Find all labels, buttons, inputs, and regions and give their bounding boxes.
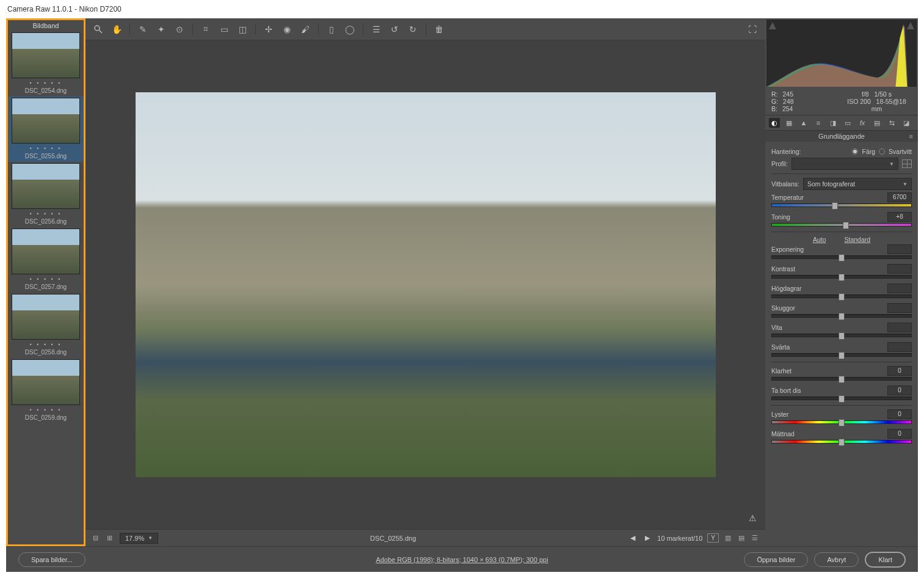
slider-thumb[interactable] bbox=[839, 332, 845, 340]
rating-dots[interactable]: • • • • • bbox=[12, 407, 80, 413]
slider-thumb[interactable] bbox=[839, 274, 845, 281]
straighten-tool-icon[interactable]: ▭ bbox=[219, 24, 230, 35]
tab-lens-icon[interactable]: ▭ bbox=[842, 118, 853, 128]
slider-value-input[interactable]: 0 bbox=[887, 366, 912, 376]
rotate-ccw-icon[interactable]: ↺ bbox=[389, 24, 400, 35]
slider-value-input[interactable]: 0 bbox=[887, 386, 912, 395]
rotate-cw-icon[interactable]: ↻ bbox=[407, 24, 418, 35]
menu-icon[interactable]: ☰ bbox=[751, 534, 759, 542]
delete-icon[interactable]: 🗑 bbox=[434, 24, 445, 35]
workflow-options-link[interactable]: Adobe RGB (1998); 8-bitars; 1040 × 693 (… bbox=[376, 556, 548, 563]
rating-dots[interactable]: • • • • • bbox=[12, 145, 80, 152]
rating-dots[interactable]: • • • • • bbox=[12, 342, 80, 348]
preferences-icon[interactable]: ☰ bbox=[371, 24, 382, 35]
slider-value-input[interactable] bbox=[887, 303, 912, 313]
slider-track[interactable] bbox=[771, 334, 912, 337]
warning-badge-icon[interactable]: ⚠ bbox=[749, 513, 757, 523]
fullscreen-icon[interactable]: ⛶ bbox=[747, 24, 758, 35]
tab-hsl-icon[interactable]: ≡ bbox=[813, 118, 824, 128]
slider-track[interactable] bbox=[771, 397, 912, 400]
slider-thumb[interactable] bbox=[839, 376, 845, 383]
profile-select[interactable]: ▼ bbox=[791, 158, 898, 170]
targeted-adjust-tool-icon[interactable]: ⊙ bbox=[174, 24, 185, 35]
transform-tool-icon[interactable]: ◫ bbox=[237, 24, 248, 35]
tab-detail-icon[interactable]: ▲ bbox=[798, 118, 809, 128]
slider-value-input[interactable] bbox=[887, 323, 912, 332]
slider-thumb[interactable] bbox=[839, 395, 845, 403]
slider-value-input[interactable] bbox=[887, 264, 912, 274]
slider-value-input[interactable]: 0 bbox=[887, 409, 912, 419]
done-button[interactable]: Klart bbox=[865, 552, 906, 568]
tab-curve-icon[interactable]: ▦ bbox=[784, 118, 795, 128]
minus-icon[interactable]: ⊟ bbox=[92, 534, 100, 542]
slider-thumb[interactable] bbox=[839, 254, 845, 262]
tab-presets-icon[interactable]: ⇆ bbox=[886, 118, 897, 128]
thumbnail[interactable]: • • • • • DSC_0257.dng bbox=[8, 227, 84, 293]
zoom-select[interactable]: 17.9% ▼ bbox=[120, 533, 158, 544]
histogram[interactable] bbox=[766, 20, 917, 87]
slider-track[interactable] bbox=[771, 420, 912, 424]
open-images-button[interactable]: Öppna bilder bbox=[744, 552, 808, 567]
slider-thumb[interactable] bbox=[843, 222, 849, 229]
slider-value-input[interactable]: 0 bbox=[887, 429, 912, 439]
radio-color[interactable] bbox=[852, 148, 858, 155]
prev-image-icon[interactable]: ◀ bbox=[628, 534, 638, 542]
redeye-tool-icon[interactable]: ◉ bbox=[282, 24, 293, 35]
graduated-filter-icon[interactable]: ▯ bbox=[326, 24, 337, 35]
default-link[interactable]: Standard bbox=[844, 236, 870, 243]
slider-value-input[interactable] bbox=[887, 342, 912, 352]
crop-tool-icon[interactable]: ⌗ bbox=[200, 24, 211, 35]
highlight-clip-warning-icon[interactable] bbox=[907, 22, 914, 29]
thumbnail[interactable]: • • • • • DSC_0256.dng bbox=[8, 162, 84, 227]
slider-thumb[interactable] bbox=[832, 202, 838, 210]
slider-track[interactable] bbox=[771, 255, 912, 259]
slider-track[interactable] bbox=[771, 440, 912, 444]
spot-removal-tool-icon[interactable]: ✢ bbox=[263, 24, 274, 35]
slider-track[interactable] bbox=[771, 314, 912, 318]
save-images-button[interactable]: Spara bilder... bbox=[18, 552, 85, 567]
before-after-toggle[interactable]: Y bbox=[707, 533, 719, 543]
zoom-tool-icon[interactable] bbox=[93, 24, 104, 35]
white-balance-tool-icon[interactable]: ✎ bbox=[137, 24, 148, 35]
thumbnail[interactable]: • • • • • DSC_0255.dng bbox=[8, 97, 84, 162]
tab-split-icon[interactable]: ◨ bbox=[828, 118, 839, 128]
auto-link[interactable]: Auto bbox=[813, 236, 826, 243]
hand-tool-icon[interactable]: ✋ bbox=[111, 24, 122, 35]
slider-thumb[interactable] bbox=[839, 419, 845, 426]
wb-select[interactable]: Som fotograferat ▼ bbox=[803, 178, 912, 190]
slider-value-input[interactable]: 6700 bbox=[887, 192, 912, 202]
cancel-button[interactable]: Avbryt bbox=[814, 552, 859, 567]
view-mode-icon[interactable]: ▥ bbox=[724, 534, 732, 542]
radio-bw[interactable] bbox=[879, 148, 885, 155]
slider-thumb[interactable] bbox=[839, 313, 845, 320]
thumbnail[interactable]: • • • • • DSC_0254.dng bbox=[8, 31, 84, 97]
thumbnail[interactable]: • • • • • DSC_0259.dng bbox=[8, 358, 84, 423]
color-sampler-tool-icon[interactable]: ✦ bbox=[156, 24, 167, 35]
panel-menu-icon[interactable]: ≡ bbox=[909, 133, 913, 140]
slider-track[interactable] bbox=[771, 275, 912, 279]
tab-calibration-icon[interactable]: ▤ bbox=[871, 118, 882, 128]
image-preview-area[interactable]: ⚠ bbox=[85, 40, 765, 529]
adjustment-brush-icon[interactable]: 🖌 bbox=[300, 24, 311, 35]
slider-track[interactable] bbox=[771, 294, 912, 298]
rating-dots[interactable]: • • • • • bbox=[12, 276, 80, 282]
shadow-clip-warning-icon[interactable] bbox=[769, 22, 776, 29]
slider-track[interactable] bbox=[771, 223, 912, 227]
tab-basic-icon[interactable]: ◐ bbox=[769, 118, 780, 128]
profile-browser-icon[interactable] bbox=[902, 159, 912, 168]
slider-track[interactable] bbox=[771, 203, 912, 207]
slider-value-input[interactable]: +8 bbox=[887, 212, 912, 222]
plus-icon[interactable]: ⊞ bbox=[106, 534, 114, 542]
next-image-icon[interactable]: ▶ bbox=[642, 534, 652, 542]
slider-value-input[interactable] bbox=[887, 244, 912, 254]
radial-filter-icon[interactable]: ◯ bbox=[344, 24, 355, 35]
slider-track[interactable] bbox=[771, 353, 912, 357]
rating-dots[interactable]: • • • • • bbox=[12, 211, 80, 217]
view-mode-icon[interactable]: ▤ bbox=[737, 534, 746, 542]
slider-value-input[interactable] bbox=[887, 284, 912, 293]
filmstrip-list[interactable]: • • • • • DSC_0254.dng • • • • • DSC_025… bbox=[8, 31, 84, 544]
slider-thumb[interactable] bbox=[839, 293, 845, 301]
slider-thumb[interactable] bbox=[839, 352, 845, 359]
slider-thumb[interactable] bbox=[839, 439, 845, 446]
tab-effects-icon[interactable]: fx bbox=[857, 118, 868, 128]
